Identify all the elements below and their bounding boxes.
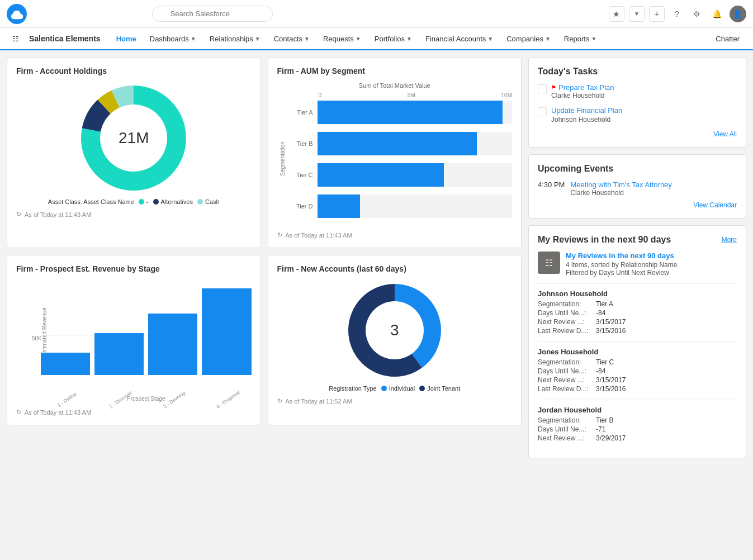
reviews-card: My Reviews in the next 90 days More ☷ My…	[528, 225, 746, 458]
event-content-0: Meeting with Tim's Tax Attorney Clarke H…	[570, 181, 671, 197]
cloud-logo[interactable]	[7, 4, 27, 24]
tasks-title: Today's Tasks	[538, 67, 737, 77]
dashboards-chevron: ▼	[191, 36, 196, 42]
contacts-chevron: ▼	[304, 36, 310, 42]
nav-reports[interactable]: Reports ▼	[557, 28, 603, 50]
days-value-johnson: -84	[596, 309, 605, 317]
review-jones: Jones Household Segmentation: Tier C Day…	[538, 341, 737, 400]
avatar[interactable]: 👤	[730, 6, 746, 22]
task-flag-0: ⚑	[551, 84, 556, 91]
seg-value-jones: Tier C	[596, 358, 614, 366]
days-label-johnson: Days Until Ne...:	[538, 309, 594, 317]
nav-contacts[interactable]: Contacts ▼	[267, 28, 316, 50]
vbar-wrap-2	[94, 333, 144, 375]
reviews-meta-title[interactable]: My Reviews in the next 90 days	[566, 251, 677, 260]
view-calendar-link[interactable]: View Calendar	[538, 201, 737, 209]
account-holdings-chart: 21M Asset Class: Asset Class Name - Alte…	[16, 82, 252, 205]
account-holdings-donut: 21M	[78, 82, 190, 194]
prospect-revenue-title: Firm - Prospect Est. Revenue by Stage	[16, 264, 252, 273]
search-input[interactable]	[152, 6, 273, 22]
next-value-jordan: 3/29/2017	[596, 434, 626, 442]
task-link-0[interactable]: Prepare Tax Plan	[558, 83, 614, 92]
new-accounts-legend-0: Individual	[381, 385, 415, 392]
account-holdings-legend: Asset Class: Asset Class Name - Alternat…	[48, 198, 220, 205]
nav-relationships[interactable]: Relationships ▼	[203, 28, 267, 50]
x-tick-0: 0	[319, 92, 322, 98]
add-btn[interactable]: +	[649, 6, 665, 22]
bar-fill-tier-d	[318, 194, 361, 218]
vbar-define	[41, 353, 90, 375]
na-dot-0	[381, 386, 387, 391]
bottom-row: Firm - Prospect Est. Revenue by Stage Su…	[7, 255, 522, 425]
task-link-1[interactable]: Update Financial Plan	[551, 106, 622, 115]
days-value-jordan: -71	[596, 425, 605, 433]
favorites-btn[interactable]: ★	[609, 6, 624, 22]
nav-requests[interactable]: Requests ▼	[316, 28, 368, 50]
legend-label-0: -	[146, 198, 149, 205]
new-accounts-card: Firm - New Accounts (last 60 days) 3 Reg…	[268, 255, 522, 425]
app-name: Salentica Elements	[25, 34, 110, 43]
review-next-johnson: Next Review ...: 3/15/2017	[538, 318, 737, 326]
app-grid-btn[interactable]: ☷	[7, 27, 25, 50]
legend-label-2: Cash	[205, 198, 220, 205]
reviews-more-link[interactable]: More	[722, 236, 737, 244]
nav-chatter-label: Chatter	[716, 35, 740, 43]
favorites-dropdown[interactable]: ▼	[629, 6, 645, 22]
review-seg-jordan: Segmentation: Tier B	[538, 416, 737, 424]
reviews-meta-text: My Reviews in the next 90 days 4 items, …	[566, 251, 677, 277]
bar-fill-tier-c	[318, 163, 444, 187]
review-last-jones: Last Review D...: 3/15/2016	[538, 385, 737, 393]
reviews-header: My Reviews in the next 90 days More	[538, 235, 737, 245]
new-accounts-chart: 3 Registration Type Individual Joint Ten…	[277, 280, 513, 392]
review-next-jordan: Next Review ...: 3/29/2017	[538, 434, 737, 442]
bar-track-tier-d	[318, 194, 513, 218]
review-last-johnson: Last Review D...: 3/15/2016	[538, 327, 737, 335]
nav-home[interactable]: Home	[110, 28, 143, 50]
nav-dashboards[interactable]: Dashboards ▼	[143, 28, 203, 50]
review-johnson: Johnson Household Segmentation: Tier A D…	[538, 283, 737, 341]
vbar-discover	[94, 333, 144, 375]
account-holdings-card: Firm - Account Holdings 21M	[7, 57, 261, 248]
na-label-1: Joint Tenant	[427, 385, 460, 392]
reviews-meta-sub2: Filtered by Days Until Next Review	[566, 269, 677, 277]
task-checkbox-1[interactable]	[538, 107, 547, 116]
new-accounts-center: 3	[390, 321, 399, 339]
bar-row-tier-b: Tier B	[288, 132, 513, 155]
help-btn[interactable]: ?	[669, 6, 685, 22]
new-accounts-legend-1: Joint Tenant	[419, 385, 460, 392]
refresh-icon-3[interactable]: ↻	[16, 409, 21, 416]
seg-label-jordan: Segmentation:	[538, 416, 594, 424]
aum-y-label: Segmentation	[277, 92, 288, 226]
review-jordan: Jordan Household Segmentation: Tier B Da…	[538, 400, 737, 449]
bar-track-tier-b	[318, 132, 513, 155]
portfolios-chevron: ▼	[406, 36, 412, 42]
review-days-jordan: Days Until Ne...: -71	[538, 425, 737, 433]
nav-chatter[interactable]: Chatter	[709, 28, 746, 50]
view-all-link[interactable]: View All	[538, 130, 737, 138]
bar-row-tier-c: Tier C	[288, 163, 513, 187]
task-checkbox-0[interactable]	[538, 84, 547, 93]
settings-btn[interactable]: ⚙	[689, 6, 705, 22]
last-label-jones: Last Review D...:	[538, 385, 594, 393]
notifications-btn[interactable]: 🔔	[709, 6, 725, 22]
account-holdings-title: Firm - Account Holdings	[16, 67, 252, 75]
legend-item-2: Cash	[197, 198, 220, 205]
app-nav: ☷ Salentica Elements Home Dashboards ▼ R…	[0, 28, 753, 50]
bar-label-tier-b: Tier B	[288, 140, 313, 147]
review-days-johnson: Days Until Ne...: -84	[538, 309, 737, 317]
nav-portfolios[interactable]: Portfolios ▼	[368, 28, 419, 50]
event-link-0[interactable]: Meeting with Tim's Tax Attorney	[570, 181, 671, 189]
review-name-jones: Jones Household	[538, 348, 737, 356]
aum-x-label: Sum of Total Market Value	[277, 82, 513, 89]
nav-companies[interactable]: Companies ▼	[500, 28, 557, 50]
top-nav: 🔍 ★ ▼ + ? ⚙ 🔔 👤	[0, 0, 753, 28]
new-accounts-donut: 3	[344, 280, 445, 381]
new-accounts-title: Firm - New Accounts (last 60 days)	[277, 264, 513, 273]
task-item-1: Update Financial Plan Johnson Household	[538, 106, 737, 124]
task-content-1: Update Financial Plan Johnson Household	[551, 106, 622, 124]
refresh-icon-2[interactable]: ↻	[277, 231, 282, 239]
days-value-jones: -84	[596, 367, 605, 375]
refresh-icon-1[interactable]: ↻	[16, 211, 21, 218]
nav-financial-accounts[interactable]: Financial Accounts ▼	[419, 28, 500, 50]
refresh-icon-4[interactable]: ↻	[277, 397, 282, 405]
